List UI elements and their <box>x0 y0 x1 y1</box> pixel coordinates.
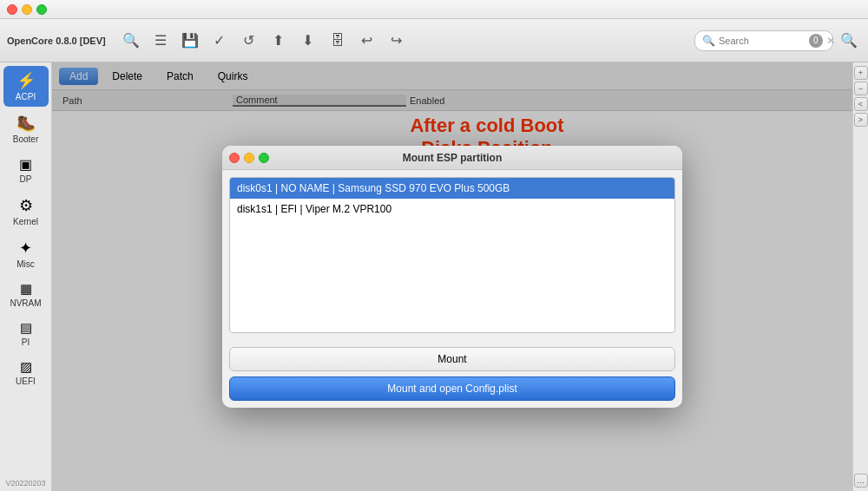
scroll-left[interactable]: < <box>854 97 868 111</box>
sidebar-item-label-booter: Booter <box>13 134 38 144</box>
scroll-minus[interactable]: − <box>854 82 868 95</box>
misc-icon: ✦ <box>19 239 32 258</box>
kernel-icon: ⚙ <box>19 196 33 215</box>
pi-icon: ▤ <box>20 320 32 336</box>
sidebar-item-dp[interactable]: ▣ DP <box>3 151 49 189</box>
booter-icon: 🥾 <box>16 114 36 133</box>
title-bar <box>0 0 868 19</box>
close-button[interactable] <box>7 4 17 15</box>
modal-title: Mount ESP partition <box>403 152 502 164</box>
search-toolbar-icon[interactable]: 🔍 <box>118 28 144 54</box>
list-icon[interactable]: ☰ <box>148 28 174 54</box>
sidebar-item-uefi[interactable]: ▨ UEFI <box>3 354 49 391</box>
sidebar-item-label-dp: DP <box>20 174 32 184</box>
modal-minimize-button[interactable] <box>244 153 254 163</box>
acpi-icon: ⚡ <box>16 71 36 90</box>
sidebar-item-booter[interactable]: 🥾 Booter <box>3 108 49 149</box>
sidebar-item-pi[interactable]: ▤ PI <box>3 315 49 352</box>
disk-item-1[interactable]: disk1s1 | EFI | Viper M.2 VPR100 <box>230 199 674 219</box>
maximize-button[interactable] <box>36 4 47 15</box>
right-scroll: + − < > … <box>852 62 868 491</box>
search-input[interactable] <box>719 36 806 46</box>
sidebar-item-kernel[interactable]: ⚙ Kernel <box>3 191 49 232</box>
sidebar-item-label-misc: Misc <box>16 259 35 269</box>
disk-item-0[interactable]: disk0s1 | NO NAME | Samsung SSD 970 EVO … <box>230 178 674 199</box>
toolbar: OpenCore 0.8.0 [DEV] 🔍 ☰ 💾 ✓ ↺ ⬆ ⬇ 🗄 ↩ ↪… <box>0 19 868 62</box>
search-icon: 🔍 <box>702 35 715 47</box>
dp-icon: ▣ <box>19 156 32 173</box>
mount-open-button[interactable]: Mount and open Config.plist <box>229 376 675 401</box>
sidebar-item-label-uefi: UEFI <box>16 376 36 386</box>
sidebar-item-acpi[interactable]: ⚡ ACPI <box>3 66 49 107</box>
modal-traffic-lights <box>229 153 269 163</box>
sidebar-item-label-pi: PI <box>22 337 30 347</box>
mount-button[interactable]: Mount <box>229 347 675 371</box>
modal-titlebar: Mount ESP partition <box>222 146 682 170</box>
sidebar-item-label-nvram: NVRAM <box>10 298 41 308</box>
sidebar: ⚡ ACPI 🥾 Booter ▣ DP ⚙ Kernel ✦ Misc ▦ N… <box>0 62 52 491</box>
search-container: 🔍 0 ✕ <box>694 30 833 51</box>
traffic-lights <box>7 4 47 15</box>
app-title: OpenCore 0.8.0 [DEV] <box>7 36 106 46</box>
modal-dialog: Mount ESP partition disk0s1 | NO NAME | … <box>222 146 682 408</box>
redo-icon[interactable]: ↪ <box>384 28 410 54</box>
disk-list[interactable]: disk0s1 | NO NAME | Samsung SSD 970 EVO … <box>229 177 675 333</box>
download-icon[interactable]: ⬇ <box>295 28 321 54</box>
search-badge: 0 <box>809 34 823 48</box>
sidebar-item-label-kernel: Kernel <box>13 217 38 226</box>
scroll-right[interactable]: > <box>854 113 868 127</box>
undo-icon[interactable]: ↩ <box>354 28 380 54</box>
sidebar-item-misc[interactable]: ✦ Misc <box>3 233 49 274</box>
modal-overlay: Mount ESP partition disk0s1 | NO NAME | … <box>52 62 852 491</box>
modal-maximize-button[interactable] <box>259 153 269 163</box>
sidebar-item-nvram[interactable]: ▦ NVRAM <box>3 276 49 313</box>
uefi-icon: ▨ <box>20 359 32 375</box>
global-search-icon[interactable]: 🔍 <box>837 29 861 53</box>
version-label: V20220203 <box>2 475 49 491</box>
minimize-button[interactable] <box>22 4 32 15</box>
save-icon[interactable]: 💾 <box>177 28 203 54</box>
modal-body: disk0s1 | NO NAME | Samsung SSD 970 EVO … <box>222 170 682 340</box>
main-layout: ⚡ ACPI 🥾 Booter ▣ DP ⚙ Kernel ✦ Misc ▦ N… <box>0 62 868 491</box>
sidebar-item-label-acpi: ACPI <box>16 92 36 101</box>
search-clear-icon[interactable]: ✕ <box>826 35 835 47</box>
content-area: Add Delete Patch Quirks Path Comment Ena… <box>52 62 852 491</box>
scroll-more[interactable]: … <box>854 474 868 488</box>
upload-icon[interactable]: ⬆ <box>266 28 292 54</box>
modal-close-button[interactable] <box>229 153 240 163</box>
nvram-icon: ▦ <box>20 281 32 297</box>
db-icon[interactable]: 🗄 <box>325 28 351 54</box>
modal-buttons: Mount Mount and open Config.plist <box>222 340 682 408</box>
refresh-icon[interactable]: ↺ <box>236 28 262 54</box>
scroll-plus[interactable]: + <box>854 66 868 80</box>
check-icon[interactable]: ✓ <box>207 28 233 54</box>
